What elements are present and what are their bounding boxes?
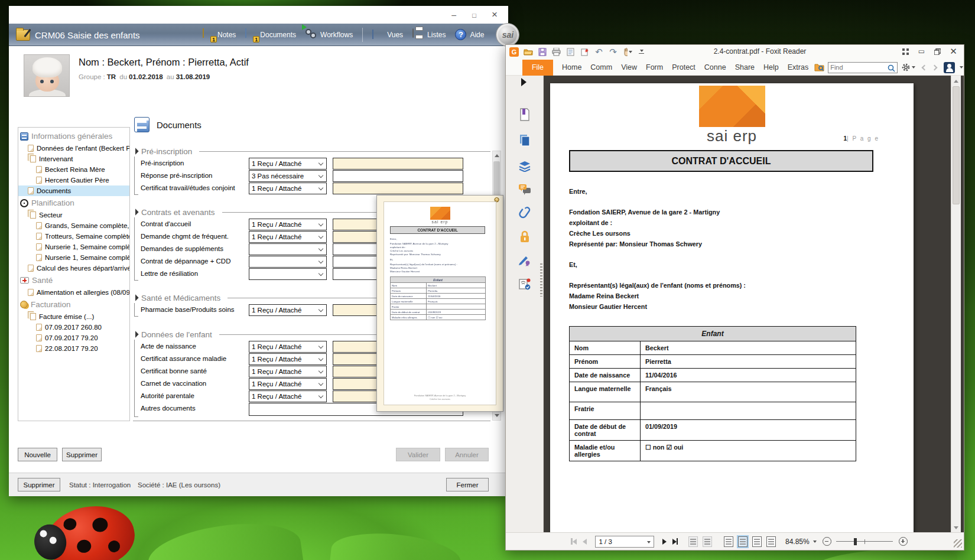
toolbar-listes-button[interactable]: Listes <box>412 29 446 41</box>
attachments-panel-button[interactable] <box>518 206 532 220</box>
tree-item[interactable]: 22.08.2017 79.20 <box>18 343 129 354</box>
layers-panel-button[interactable] <box>518 159 532 173</box>
menu-help[interactable]: Help <box>763 63 779 71</box>
toolbar-workflows-button[interactable]: Workflows <box>306 29 353 41</box>
tree-item-planification[interactable]: Planification <box>18 196 129 210</box>
status-dropdown[interactable]: 1 Reçu / Attaché <box>249 219 327 230</box>
signature-panel-button[interactable] <box>518 253 532 268</box>
zoom-slider[interactable] <box>836 538 893 546</box>
undo-icon[interactable]: ↶ <box>594 47 604 57</box>
status-dropdown[interactable]: 1 Reçu / Attaché <box>249 304 327 316</box>
tree-item-facturation[interactable]: Facturation <box>18 298 129 311</box>
toolbar-vues-button[interactable]: Vues <box>372 29 403 41</box>
menu-home[interactable]: Home <box>562 63 581 71</box>
gear-icon[interactable] <box>901 63 915 72</box>
redo-icon[interactable]: ↷ <box>608 47 618 57</box>
toolbar-aide-button[interactable]: ? Aide <box>455 29 484 41</box>
properties-icon[interactable] <box>566 47 576 57</box>
single-page-view-button[interactable] <box>724 536 733 547</box>
bookmarks-panel-button[interactable] <box>518 108 532 122</box>
zoom-out-button[interactable] <box>823 537 831 546</box>
menu-connect[interactable]: Conne <box>704 63 726 71</box>
open-folder-icon[interactable] <box>523 47 533 57</box>
minimize-button[interactable]: ▭ <box>914 45 930 57</box>
tree-item[interactable]: Données de l'enfant (Beckert Pie <box>18 143 129 154</box>
status-dropdown[interactable] <box>249 256 327 268</box>
status-dropdown[interactable] <box>249 243 327 255</box>
create-pdf-icon[interactable] <box>580 47 590 57</box>
status-dropdown[interactable]: 1 Reçu / Attaché <box>249 341 327 353</box>
scroll-down-icon[interactable] <box>951 523 961 532</box>
menu-protect[interactable]: Protect <box>672 63 696 71</box>
status-dropdown[interactable]: 1 Reçu / Attaché <box>249 158 327 170</box>
expand-panel-icon[interactable] <box>521 78 526 86</box>
menu-share[interactable]: Share <box>735 63 755 71</box>
status-dropdown[interactable]: 1 Reçu / Attaché <box>249 183 327 194</box>
pages-panel-button[interactable] <box>518 133 532 147</box>
fullscreen-toggle-button[interactable] <box>898 45 914 57</box>
search-folder-icon[interactable] <box>814 63 824 71</box>
tree-item[interactable]: Secteur <box>18 210 129 220</box>
tree-item[interactable]: Facture émise (...) <box>18 311 129 322</box>
comments-panel-button[interactable] <box>518 183 532 197</box>
previous-page-button[interactable] <box>583 539 587 545</box>
zoom-dropdown-icon[interactable] <box>813 541 817 543</box>
menu-extras[interactable]: Extras <box>788 63 808 71</box>
page-number-field[interactable]: 1 / 3 <box>595 536 654 548</box>
status-dropdown[interactable]: 1 Reçu / Attaché <box>249 366 327 377</box>
tree-item[interactable]: Grands, Semaine complète, 01. <box>18 220 129 231</box>
statusbar-supprimer-button[interactable]: Supprimer <box>18 478 60 491</box>
zoom-in-button[interactable] <box>899 537 908 546</box>
menu-view[interactable]: View <box>621 63 637 71</box>
previous-view-icon[interactable] <box>688 536 698 547</box>
tree-item[interactable]: Intervenant <box>18 154 129 164</box>
panel-resize-handle[interactable] <box>540 263 542 297</box>
next-page-button[interactable] <box>662 539 667 545</box>
status-dropdown[interactable]: 1 Reçu / Attaché <box>249 378 327 390</box>
back-icon[interactable] <box>922 64 928 70</box>
document-scrollbar[interactable] <box>951 76 961 533</box>
toolbar-documents-button[interactable]: 1 Documents <box>245 29 296 41</box>
fermer-button[interactable]: Fermer <box>446 478 489 491</box>
scroll-up-icon[interactable] <box>493 151 500 160</box>
tree-item[interactable]: Nurserie 1, Semaine complète, <box>18 252 129 263</box>
continuous-facing-view-button[interactable] <box>766 536 776 547</box>
status-dropdown[interactable]: 3 Pas nécessaire <box>249 170 327 182</box>
tree-item-documents[interactable]: Documents <box>18 185 129 196</box>
maximize-button[interactable]: □ <box>466 9 483 22</box>
tree-item[interactable]: Nurserie 1, Semaine complète, <box>18 242 129 252</box>
menu-comment[interactable]: Comm <box>590 63 612 71</box>
menu-file-tab[interactable]: File <box>522 60 553 76</box>
customize-toolbar-icon[interactable] <box>636 47 646 57</box>
next-view-icon[interactable] <box>703 536 712 547</box>
tree-item[interactable]: Calcul des heures départ/arrivée <box>18 263 129 274</box>
supprimer-button[interactable]: Supprimer <box>62 448 102 461</box>
status-dropdown[interactable]: 1 Reçu / Attaché <box>249 231 327 243</box>
tree-item[interactable]: Trotteurs, Semaine complète, 0 <box>18 231 129 242</box>
window-resize-grip[interactable] <box>954 539 962 548</box>
tree-item[interactable]: Hercent Gautier Père <box>18 175 129 185</box>
minimize-button[interactable]: – <box>445 8 463 21</box>
print-icon[interactable] <box>551 47 561 57</box>
scrollbar-thumb[interactable] <box>953 86 960 204</box>
tree-item-sante[interactable]: Santé <box>18 274 129 287</box>
stamps-panel-button[interactable] <box>518 277 532 291</box>
forward-icon[interactable] <box>932 64 938 70</box>
status-dropdown[interactable]: 1 Reçu / Attaché <box>249 353 327 365</box>
last-page-button[interactable] <box>672 538 678 545</box>
section-header[interactable]: Pré-inscription <box>133 146 490 157</box>
scroll-down-icon[interactable] <box>493 411 500 420</box>
status-dropdown[interactable] <box>249 268 327 280</box>
annuler-button[interactable]: Annuler <box>445 448 489 461</box>
attachment-field[interactable] <box>333 170 463 182</box>
document-preview-popup[interactable]: sai erp CONTRAT D'ACCUEIL Entre, Fondati… <box>376 195 503 412</box>
first-page-button[interactable] <box>571 538 577 545</box>
facing-view-button[interactable] <box>752 536 762 547</box>
toolbar-notes-button[interactable]: 1 Notes <box>203 29 236 41</box>
account-icon[interactable] <box>944 62 955 73</box>
tree-item[interactable]: 07.09.2017 79.20 <box>18 333 129 343</box>
restore-button[interactable] <box>930 45 945 57</box>
scroll-up-icon[interactable] <box>951 77 961 86</box>
chevron-down-icon[interactable] <box>960 66 963 69</box>
security-panel-button[interactable] <box>518 230 532 244</box>
